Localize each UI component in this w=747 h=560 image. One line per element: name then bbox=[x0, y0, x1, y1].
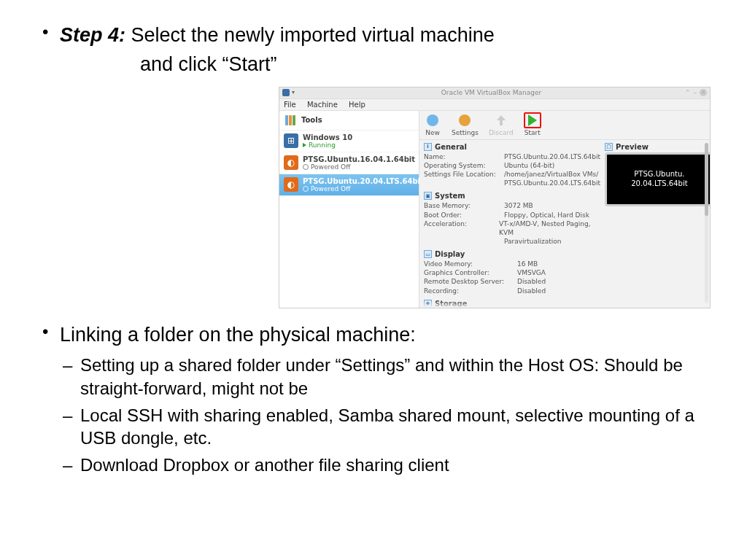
vm-name: PTSG.Ubuntu.20.04.LTS.64bit bbox=[303, 177, 424, 185]
linking-heading: Linking a folder on the physical machine… bbox=[60, 322, 711, 348]
step-bullet: Step 4: Select the newly imported virtua… bbox=[36, 22, 711, 308]
kv-key: Settings File Location: bbox=[424, 170, 504, 179]
svg-point-0 bbox=[427, 114, 438, 126]
toolbar-new-label: New bbox=[424, 129, 441, 136]
kv-val: VT-x/AMD-V, Nested Paging, KVM bbox=[499, 219, 600, 237]
fade-overlay bbox=[419, 300, 710, 308]
kv-val: Floppy, Optical, Hard Disk bbox=[504, 211, 589, 219]
minimize-icon[interactable]: – bbox=[694, 89, 697, 96]
close-icon[interactable]: × bbox=[700, 89, 707, 96]
kv-key: Base Memory: bbox=[424, 201, 504, 210]
step-text: Select the newly imported virtual machin… bbox=[125, 24, 495, 46]
kv-val: 16 MB bbox=[517, 260, 538, 268]
kv-key: Video Memory: bbox=[424, 260, 517, 268]
toolbar-discard: Discard bbox=[489, 112, 514, 136]
kv-val: VMSVGA bbox=[517, 268, 546, 277]
discard-icon bbox=[492, 112, 510, 128]
window-dropdown-icon[interactable]: ▾ bbox=[292, 90, 298, 96]
vm-status: Powered Off bbox=[303, 163, 415, 171]
panel-display: ▭Display Video Memory:16 MB Graphics Con… bbox=[424, 250, 600, 295]
vm-sidebar: Tools ⊞ Windows 10 Running ◐ bbox=[279, 111, 419, 308]
vm-item-ubuntu16[interactable]: ◐ PTSG.Ubuntu.16.04.1.64bit Powered Off bbox=[279, 152, 419, 174]
system-icon: ▣ bbox=[424, 192, 432, 200]
vm-item-ubuntu20-selected[interactable]: ◐ PTSG.Ubuntu.20.04.LTS.64bit Powered Of… bbox=[279, 174, 419, 196]
app-icon bbox=[282, 89, 290, 96]
sub-item: Download Dropbox or another file sharing… bbox=[60, 454, 711, 476]
ubuntu-icon: ◐ bbox=[284, 155, 298, 170]
vm-status: Running bbox=[303, 141, 352, 149]
ubuntu-icon: ◐ bbox=[284, 177, 298, 192]
vm-status: Powered Off bbox=[303, 185, 424, 192]
kv-key: Boot Order: bbox=[424, 211, 504, 219]
vm-item-windows10[interactable]: ⊞ Windows 10 Running bbox=[279, 131, 419, 152]
settings-icon bbox=[456, 112, 473, 128]
kv-key: Recording: bbox=[424, 287, 517, 295]
kv-key: Acceleration: bbox=[424, 219, 499, 237]
window-title: Oracle VM VirtualBox Manager bbox=[441, 89, 541, 96]
vm-details-pane: New Settings Discard bbox=[419, 111, 710, 308]
panel-general: iGeneral Name:PTSG.Ubuntu.20.04.LTS.64bi… bbox=[424, 143, 600, 188]
svg-point-1 bbox=[459, 114, 471, 126]
menu-help[interactable]: Help bbox=[349, 101, 365, 109]
window-titlebar: ▾ Oracle VM VirtualBox Manager ⌃ – × bbox=[279, 88, 710, 99]
kv-val: Paravirtualization bbox=[504, 237, 562, 246]
kv-key bbox=[424, 179, 504, 187]
sub-item: Setting up a shared folder under “Settin… bbox=[60, 354, 711, 399]
menu-file[interactable]: File bbox=[284, 101, 296, 109]
kv-val: PTSG.Ubuntu.20.04.LTS.64bit bbox=[504, 179, 600, 187]
toolbar-settings-label: Settings bbox=[452, 129, 479, 136]
toolbar-new[interactable]: New bbox=[424, 112, 441, 136]
display-icon: ▭ bbox=[424, 250, 432, 258]
tools-label: Tools bbox=[301, 116, 322, 124]
scrollbar-thumb[interactable] bbox=[705, 143, 708, 216]
kv-key: Graphics Controller: bbox=[424, 268, 517, 277]
kv-key: Operating System: bbox=[424, 161, 504, 170]
general-icon: i bbox=[424, 143, 432, 151]
preview-line1: PTSG.Ubuntu. bbox=[631, 170, 687, 179]
kv-val: Disabled bbox=[517, 277, 546, 286]
toolbar-start[interactable]: Start bbox=[524, 112, 541, 136]
menu-machine[interactable]: Machine bbox=[307, 101, 338, 109]
panel-title: System bbox=[435, 192, 465, 200]
kv-key: Remote Desktop Server: bbox=[424, 277, 517, 286]
panel-system: ▣System Base Memory:3072 MB Boot Order:F… bbox=[424, 192, 600, 246]
kv-val: Disabled bbox=[517, 287, 546, 295]
kv-val: PTSG.Ubuntu.20.04.LTS.64bit bbox=[504, 152, 600, 161]
windows-icon: ⊞ bbox=[284, 133, 298, 148]
preview-thumbnail: PTSG.Ubuntu. 20.04.LTS.64bit bbox=[605, 152, 710, 206]
linking-bullet: Linking a folder on the physical machine… bbox=[36, 322, 711, 476]
kv-key bbox=[424, 237, 504, 246]
toolbar-start-label: Start bbox=[524, 129, 541, 136]
tools-icon bbox=[285, 115, 297, 125]
new-icon bbox=[424, 112, 441, 128]
kv-val: /home/janez/VirtualBox VMs/ bbox=[504, 170, 598, 179]
toolbar-discard-label: Discard bbox=[489, 129, 514, 136]
sidebar-tools[interactable]: Tools bbox=[279, 111, 419, 131]
toolbar-settings[interactable]: Settings bbox=[452, 112, 479, 136]
step-label: Step 4: bbox=[60, 24, 125, 46]
scrollbar[interactable] bbox=[705, 143, 708, 303]
preview-line2: 20.04.LTS.64bit bbox=[631, 179, 687, 189]
kv-val: 3072 MB bbox=[504, 201, 533, 210]
vm-name: Windows 10 bbox=[303, 133, 352, 141]
virtualbox-window: ▾ Oracle VM VirtualBox Manager ⌃ – × Fil… bbox=[279, 87, 711, 308]
vm-name: PTSG.Ubuntu.16.04.1.64bit bbox=[303, 155, 415, 163]
panel-preview: ▢Preview PTSG.Ubuntu. 20.04.LTS.64bit bbox=[605, 143, 710, 206]
menu-bar: File Machine Help bbox=[279, 99, 710, 111]
start-icon bbox=[524, 112, 541, 128]
sub-item: Local SSH with sharing enabled, Samba sh… bbox=[60, 404, 711, 449]
panel-title: General bbox=[435, 143, 467, 151]
step-continuation: and click “Start” bbox=[60, 51, 711, 77]
toolbar: New Settings Discard bbox=[419, 111, 710, 140]
panel-title: Preview bbox=[616, 143, 649, 151]
caret-up-icon[interactable]: ⌃ bbox=[685, 89, 691, 96]
panel-title: Display bbox=[435, 250, 465, 258]
kv-key: Name: bbox=[424, 152, 504, 161]
kv-val: Ubuntu (64-bit) bbox=[504, 161, 554, 170]
preview-icon: ▢ bbox=[605, 143, 613, 151]
